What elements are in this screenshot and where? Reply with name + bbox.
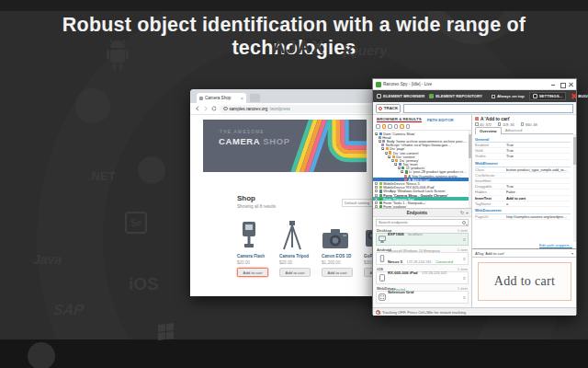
endpoint-menu-icon[interactable]: ≡	[463, 256, 466, 261]
dotnet-logo: .NET	[88, 169, 116, 183]
expander-icon[interactable]	[391, 159, 394, 162]
property-label: InnerHtml	[475, 178, 506, 183]
tree-node-icon	[379, 194, 382, 197]
refresh-icon[interactable]	[388, 124, 392, 129]
add-endpoint-icon[interactable]: +	[466, 211, 469, 215]
expander-icon[interactable]	[394, 163, 397, 166]
maximize-icon[interactable]	[560, 82, 564, 86]
tab-advanced[interactable]: Advanced	[502, 127, 526, 134]
property-section-header: General	[475, 135, 571, 143]
refresh-endpoints-icon[interactable]: ↻	[460, 211, 464, 215]
property-value: Add to cart	[506, 196, 571, 201]
expander-icon[interactable]	[398, 167, 401, 169]
anchor-element-icon	[475, 117, 479, 121]
endpoint-row[interactable]: Selenium Grid http://rxgridhub:4444/wd/h…	[376, 291, 469, 304]
endpoint-menu-icon[interactable]: ≡	[463, 275, 466, 281]
camera-tripod-image-icon	[279, 220, 305, 251]
new-tab-button[interactable]	[250, 94, 260, 102]
site-info-icon[interactable]: i	[223, 107, 228, 111]
tab-close-icon[interactable]: ×	[241, 97, 243, 100]
expander-icon[interactable]	[381, 147, 384, 150]
checkbox-icon[interactable]	[375, 194, 378, 197]
tab-browser-results[interactable]: BROWSER & RESULTS	[377, 117, 422, 122]
dslr-camera-image-icon	[322, 227, 349, 251]
track-element-icon[interactable]	[376, 124, 380, 129]
selenium-grid-icon	[379, 293, 386, 301]
tab-path-editor[interactable]: PATH EDITOR	[427, 118, 454, 122]
reload-icon[interactable]	[211, 106, 217, 111]
checkbox-icon[interactable]	[375, 182, 378, 185]
tab-title: Camera Shop	[205, 96, 239, 100]
property-value: True	[506, 184, 571, 189]
settings-button[interactable]: SETTINGS...	[529, 92, 567, 100]
endpoint-menu-icon[interactable]: ≡	[463, 236, 466, 242]
product-name-link[interactable]: Camera Flash	[237, 254, 265, 259]
browser-tab[interactable]: Camera Shop ×	[197, 93, 246, 103]
back-icon[interactable]	[195, 106, 200, 111]
preview-selector-dropdown[interactable]: ATag 'Add to cart' ▾	[472, 249, 576, 258]
close-icon[interactable]	[569, 82, 573, 86]
ranorexpath-input[interactable]	[403, 104, 573, 113]
expander-icon[interactable]	[401, 170, 403, 173]
always-on-top-toggle[interactable]: Always on top	[492, 94, 525, 98]
endpoint-menu-icon[interactable]: ≡	[463, 294, 466, 300]
filter-icon[interactable]	[406, 124, 411, 129]
element-browser-button[interactable]: ELEMENT BROWSER	[377, 94, 424, 98]
add-to-cart-button[interactable]: Add to cart	[322, 268, 353, 277]
property-label: CssSelector	[475, 173, 506, 178]
track-row: TRACK	[373, 102, 576, 115]
sap-logo: SAP	[52, 302, 85, 318]
endpoints-panel: Endpoints ↻ + Desktop 1 item	[373, 208, 471, 307]
desktop-icon	[379, 236, 386, 243]
checkbox-icon[interactable]	[375, 198, 378, 201]
checkbox-icon[interactable]	[375, 186, 378, 189]
highlight-element-icon[interactable]	[382, 124, 387, 129]
expander-icon[interactable]	[375, 132, 378, 135]
endpoint-address: 172.26.223.142	[422, 270, 447, 275]
property-section-header: WebElement	[475, 160, 571, 167]
hero-tagline: THE AWESOME	[220, 130, 265, 134]
endpoints-title: Endpoints	[376, 211, 458, 215]
expand-all-icon[interactable]	[394, 124, 399, 129]
endpoint-name: EXP1908	[388, 232, 404, 236]
spy-toolbar: ELEMENT BROWSER ELEMENT REPOSITORY Alway…	[373, 90, 576, 102]
property-item: PageUrl http://samples.ranorex.org/wordp…	[475, 214, 571, 220]
bugs-button[interactable]: BUGS	[571, 94, 588, 99]
checkbox-icon[interactable]	[375, 201, 378, 204]
property-item: General	[475, 135, 571, 143]
checkbox-icon	[492, 95, 495, 98]
hero-title: CAMERASHOP	[219, 136, 290, 146]
property-row[interactable]: PageUrl http://samples.ranorex.org/wordp…	[475, 214, 571, 220]
bottom-left-logo-icon	[28, 342, 55, 368]
tree-scrollbar[interactable]	[469, 131, 471, 208]
edit-path-snippets-link[interactable]: Edit path snippets...	[472, 242, 576, 248]
endpoint-row[interactable]: EXP1908 localhost Microsoft Windows 10 E…	[376, 233, 469, 246]
ranorex-spy-icon	[376, 82, 381, 87]
add-to-cart-button[interactable]: Add to cart	[279, 268, 311, 277]
product-name-link[interactable]: Camera Tripod	[279, 254, 309, 259]
tree-node-icon	[379, 198, 382, 201]
element-repository-button[interactable]: ELEMENT REPOSITORY	[429, 94, 482, 98]
product-image	[279, 216, 305, 251]
props-scrollbar[interactable]	[573, 134, 576, 242]
forward-icon[interactable]	[203, 106, 209, 111]
expander-icon[interactable]	[379, 140, 381, 143]
expander-icon[interactable]	[388, 155, 390, 158]
geometry-chip: 40; 372	[475, 122, 492, 127]
minimize-icon[interactable]	[550, 82, 555, 86]
checkbox-icon[interactable]	[375, 190, 378, 192]
product-name-link[interactable]: Canon EOS 1D	[322, 254, 351, 259]
expander-icon[interactable]	[385, 152, 388, 155]
tree-node-icon	[404, 175, 407, 178]
add-to-cart-button[interactable]: Add to cart	[237, 268, 268, 277]
checkbox-icon[interactable]	[375, 205, 378, 208]
tree-node[interactable]: Form 'explorer'	[373, 205, 471, 208]
browser-viewport: THE AWESOME CAMERASHOP Shop Showing all …	[190, 115, 379, 296]
url-bar[interactable]: i samples.ranorex.org /wordpress	[220, 105, 375, 113]
gear-icon	[533, 94, 537, 98]
track-button[interactable]: TRACK	[376, 104, 401, 113]
ajax-logo: AJAX	[272, 37, 324, 58]
tab-overview[interactable]: Overview	[475, 127, 502, 134]
screenshot-icon[interactable]	[400, 124, 404, 129]
tree-node-icon	[379, 182, 382, 185]
